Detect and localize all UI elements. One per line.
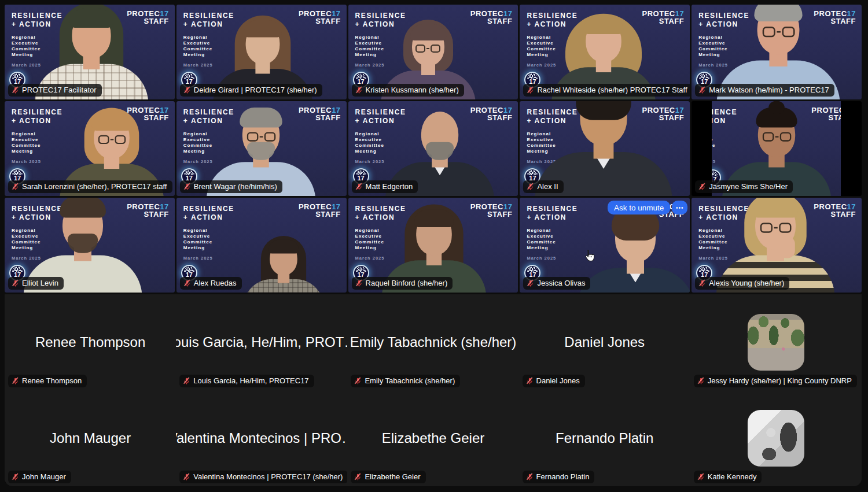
participant-name-tag: Alexis Young (she/her) (695, 277, 789, 290)
participant-name-tag: Katie Kennedy (694, 471, 762, 483)
ask-to-unmute-button[interactable]: Ask to unmute (608, 201, 670, 214)
protec17-staff-logo: PROTEC17STAFF (299, 203, 341, 218)
participant-name: Renee Thompson (22, 376, 82, 385)
participant-name-tag: Mark Watson (he/him) - PROTEC17 (695, 84, 834, 97)
muted-mic-icon (355, 183, 363, 191)
background-title: RESILIENCE + ACTION (183, 205, 234, 222)
participant-name-tag: Alex II (523, 180, 563, 193)
audio-tile-fernando-platin[interactable]: Fernando PlatinFernando Platin (519, 390, 690, 486)
participant-name: Daniel Jones (536, 376, 580, 385)
beard (247, 142, 275, 160)
participant-name-tag: Daniel Jones (523, 375, 585, 387)
video-tile-matt-edgerton[interactable]: RESILIENCE + ACTIONRegionalExecutiveComm… (348, 101, 518, 196)
video-tile-sarah-lorenzini-she-her-protec17-staff[interactable]: RESILIENCE + ACTIONRegionalExecutiveComm… (5, 101, 175, 196)
video-tile-raquel-binford-she-her[interactable]: RESILIENCE + ACTIONRegionalExecutiveComm… (348, 198, 518, 293)
muted-mic-icon (697, 473, 705, 481)
participant-name: Louis Garcia, He/Him, PROTEC17 (193, 376, 308, 385)
video-tile-elliot-levin[interactable]: RESILIENCE + ACTIONRegionalExecutiveComm… (5, 198, 175, 293)
video-tile-deidre-girard-protec17-she-her[interactable]: RESILIENCE + ACTIONRegionalExecutiveComm… (176, 5, 347, 99)
audio-tile-katie-kennedy[interactable]: Katie Kennedy (690, 390, 862, 486)
muted-mic-icon (183, 279, 191, 287)
hair-top (576, 101, 632, 120)
video-tile-jessica-olivas[interactable]: RESILIENCE + ACTIONRegionalExecutiveComm… (520, 198, 690, 293)
participant-name: Mark Watson (he/him) - PROTEC17 (709, 86, 829, 94)
participant-name: Kristen Kussmann (she/her) (366, 86, 459, 94)
glasses (96, 135, 128, 145)
video-tile-jasmyne-sims-she-her[interactable]: RESILIENCE + ACTIONRegionalExecutiveComm… (692, 101, 862, 196)
hair-top (268, 240, 299, 254)
video-tile-kristen-kussmann-she-her[interactable]: RESILIENCE + ACTIONRegionalExecutiveComm… (348, 5, 518, 99)
participant-name-tag: Louis Garcia, He/Him, PROTEC17 (179, 375, 314, 387)
participant-name: Alex II (537, 182, 558, 191)
participant-video-figure (234, 234, 333, 293)
profile-avatar-photo (748, 410, 804, 467)
glasses-lens (779, 223, 791, 233)
muted-mic-icon (355, 279, 363, 287)
audio-tile-emily-tabachnick-she-her[interactable]: Emily Tabachnick (she/her)Emily Tabachni… (347, 294, 518, 390)
more-options-button[interactable]: ••• (672, 201, 687, 214)
muted-mic-icon (526, 473, 534, 481)
audio-tile-daniel-jones[interactable]: Daniel JonesDaniel Jones (519, 294, 690, 390)
glasses (760, 131, 793, 142)
participant-name-tag: Alex Ruedas (180, 277, 242, 290)
hair-top (240, 108, 282, 128)
participant-name: Elliot Levin (22, 279, 58, 287)
participant-name-tag: Jasmyne Sims She/Her (695, 180, 793, 193)
glasses-lens (431, 45, 440, 53)
audio-tile-renee-thompson[interactable]: Renee ThompsonRenee Thompson (5, 294, 176, 390)
participant-name-tag: Deidre Girard | PROTEC17 (she/her) (180, 84, 322, 97)
hair-top (92, 113, 131, 131)
participant-name-tag: Matt Edgerton (352, 180, 418, 193)
unmute-controls: Ask to unmute••• (608, 201, 687, 214)
participant-name: PROTEC17 Facilitator (22, 86, 97, 94)
participant-name: Deidre Girard | PROTEC17 (she/her) (194, 86, 317, 94)
participant-name-tag: Valentina Montecinos | PROTEC17 (she/her… (179, 471, 347, 483)
video-tile-alex-ii[interactable]: RESILIENCE + ACTIONRegionalExecutiveComm… (520, 101, 690, 196)
audio-tile-elizabethe-geier[interactable]: Elizabethe GeierElizabethe Geier (347, 390, 518, 486)
muted-mic-icon (183, 377, 190, 385)
glasses-lens (264, 132, 275, 142)
hair-top (414, 209, 453, 227)
participant-name: John Mauger (22, 472, 66, 481)
glasses-lens (247, 132, 258, 142)
participant-name: Fernando Platin (536, 472, 590, 481)
gallery-row-1: RESILIENCE + ACTIONRegionalExecutiveComm… (5, 5, 862, 99)
muted-mic-icon (698, 86, 706, 94)
logo-staff: STAFF (487, 17, 512, 25)
audio-tile-john-mauger[interactable]: John MaugerJohn Mauger (5, 390, 176, 486)
muted-mic-icon (354, 473, 362, 481)
participant-name-tag: Jessy Hardy (she/her) | King County DNRP (694, 375, 857, 387)
glasses-bridge (775, 136, 778, 137)
muted-mic-icon (698, 183, 706, 191)
video-tile-brent-wagar-he-him-his[interactable]: RESILIENCE + ACTIONRegionalExecutiveComm… (176, 101, 347, 196)
beard (68, 234, 98, 253)
hair-top (410, 24, 446, 40)
audio-tile-jessy-hardy-she-her-king-county-dnrp[interactable]: Jessy Hardy (she/her) | King County DNRP (690, 294, 862, 390)
gallery-row-4: Renee ThompsonRenee ThompsonLouis Garcia… (5, 294, 862, 390)
participant-name: Elizabethe Geier (365, 472, 420, 481)
muted-mic-icon (183, 183, 191, 191)
video-tile-alexis-young-she-her[interactable]: RESILIENCE + ACTIONRegionalExecutiveComm… (692, 198, 862, 293)
glasses-lens (779, 132, 791, 142)
video-tile-protec17-facilitator[interactable]: RESILIENCE + ACTIONRegionalExecutiveComm… (5, 5, 175, 99)
video-tile-alex-ruedas[interactable]: RESILIENCE + ACTIONRegionalExecutiveComm… (176, 198, 347, 293)
audio-tile-valentina-montecinos-protec17-she-her[interactable]: Valentina Montecinos | PRO…Valentina Mon… (176, 390, 347, 486)
participant-name-tag: Renee Thompson (8, 375, 87, 387)
glasses-lens (98, 135, 109, 144)
glasses-bridge (259, 136, 263, 137)
muted-mic-icon (527, 86, 534, 94)
participant-name-tag: Fernando Platin (523, 471, 595, 483)
muted-mic-icon (12, 377, 19, 385)
participant-name-tag: Brent Wagar (he/him/his) (180, 180, 282, 193)
glasses (760, 26, 797, 38)
glasses (244, 131, 278, 142)
participant-name-tag: Elliot Levin (8, 277, 64, 290)
participant-name-tag: John Mauger (8, 471, 71, 483)
glasses-bridge (426, 48, 429, 49)
muted-mic-icon (12, 86, 19, 94)
muted-mic-icon (355, 86, 363, 94)
video-tile-mark-watson-he-him-protec17[interactable]: RESILIENCE + ACTIONRegionalExecutiveComm… (692, 5, 862, 99)
audio-tile-louis-garcia-he-him-protec17[interactable]: Louis Garcia, He/Him, PROT…Louis Garcia,… (176, 294, 347, 390)
video-tile-rachel-whiteside-she-her-protec17-staff[interactable]: RESILIENCE + ACTIONRegionalExecutiveComm… (520, 5, 690, 99)
muted-mic-icon (12, 473, 19, 481)
